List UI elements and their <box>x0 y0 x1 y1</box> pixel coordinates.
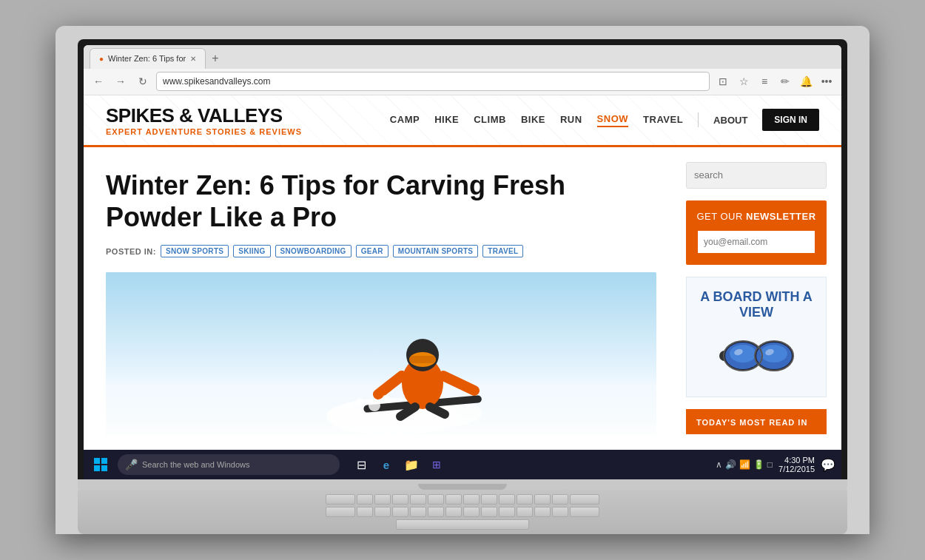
nav-hike[interactable]: HIKE <box>434 114 459 126</box>
most-read-title: TODAY'S MOST READ IN <box>696 418 807 427</box>
svg-rect-27 <box>94 458 100 464</box>
back-btn[interactable]: ← <box>90 72 107 90</box>
tag-mountain-sports[interactable]: MOUNTAIN SPORTS <box>393 245 479 257</box>
nav-camp[interactable]: CAMP <box>390 114 420 126</box>
url-text: www.spikesandvalleys.com <box>163 76 270 87</box>
clock: 4:30 PM 7/12/2015 <box>778 456 815 473</box>
posted-in-label: POSTED IN: <box>106 247 156 256</box>
hub-icon[interactable]: ≡ <box>756 72 773 90</box>
keyboard-area <box>78 490 847 534</box>
tag-gear[interactable]: GEAR <box>356 245 388 257</box>
network-icon[interactable]: 📶 <box>739 459 750 470</box>
time-display: 4:30 PM <box>778 456 815 465</box>
taskbar-search-text: Search the web and Windows <box>142 460 250 469</box>
nav-snow[interactable]: SNOW <box>597 113 628 127</box>
address-bar[interactable]: www.spikesandvalleys.com <box>156 72 710 91</box>
taskview-icon[interactable]: ⊟ <box>352 455 371 474</box>
article-main: Winter Zen: 6 Tips for Carving Fresh Pow… <box>84 147 679 450</box>
svg-point-18 <box>730 345 756 362</box>
logo-area: SPIKES & VALLEYS EXPERT ADVENTURE STORIE… <box>106 104 302 136</box>
notes-icon[interactable]: 🔔 <box>797 72 815 90</box>
sidebar: GET OUR NEWSLETTER A BOARD WITH A VIEW <box>679 147 841 450</box>
article-title: Winter Zen: 6 Tips for Carving Fresh Pow… <box>106 169 656 233</box>
browser-toolbar: ← → ↻ www.spikesandvalleys.com ⊡ ☆ ≡ ✏ 🔔… <box>84 69 841 95</box>
laptop-hinge <box>78 479 847 490</box>
start-button[interactable] <box>90 453 112 476</box>
svg-point-13 <box>383 395 388 401</box>
nav-divider <box>698 112 699 127</box>
tag-snowboarding[interactable]: SNOWBOARDING <box>275 245 352 257</box>
ad-title: A BOARD WITH A VIEW <box>699 289 814 321</box>
nav-run[interactable]: RUN <box>560 114 582 126</box>
svg-point-23 <box>761 345 787 362</box>
volume-icon[interactable]: 🔊 <box>725 459 736 470</box>
taskbar-right-area: ∧ 🔊 📶 🔋 □ 4:30 PM 7/12/2015 💬 <box>716 456 835 473</box>
nav-travel[interactable]: TRAVEL <box>643 114 683 126</box>
explorer-icon[interactable]: 📁 <box>402 455 421 474</box>
nav-bike[interactable]: BIKE <box>521 114 545 126</box>
update-icon: □ <box>767 459 773 470</box>
taskbar-mic-icon: 🎤 <box>125 459 138 470</box>
nav-climb[interactable]: CLIMB <box>474 114 506 126</box>
email-input[interactable] <box>696 229 816 254</box>
tag-snow-sports[interactable]: SNOW SPORTS <box>161 245 229 257</box>
keyboard <box>97 494 828 530</box>
posted-in-section: POSTED IN: SNOW SPORTS SKIING SNOWBOARDI… <box>106 245 656 257</box>
site-header: SPIKES & VALLEYS EXPERT ADVENTURE STORIE… <box>84 95 841 147</box>
ad-widget[interactable]: A BOARD WITH A VIEW <box>686 277 827 397</box>
browser-chrome: ● Winter Zen: 6 Tips for ✕ + ← → ↻ www.s… <box>84 45 841 479</box>
edge-icon[interactable]: e <box>377 455 396 474</box>
tab-close-btn[interactable]: ✕ <box>190 55 196 63</box>
system-tray: ∧ 🔊 📶 🔋 □ <box>716 459 773 470</box>
nav-items: CAMP HIKE CLIMB BIKE RUN SNOW TRAVEL <box>390 113 683 127</box>
forward-btn[interactable]: → <box>112 72 130 90</box>
more-icon[interactable]: ••• <box>818 72 835 90</box>
laptop-shell: ● Winter Zen: 6 Tips for ✕ + ← → ↻ www.s… <box>56 26 870 534</box>
nav-about[interactable]: ABOUT <box>713 115 747 126</box>
new-tab-btn[interactable]: + <box>206 48 224 69</box>
article-hero-image <box>106 272 656 435</box>
search-input[interactable] <box>686 162 827 189</box>
ad-goggles-image <box>712 330 801 382</box>
screen-bezel: ● Winter Zen: 6 Tips for ✕ + ← → ↻ www.s… <box>78 39 847 479</box>
toolbar-icons: ⊡ ☆ ≡ ✏ 🔔 ••• <box>714 72 835 90</box>
favorites-icon[interactable]: ☆ <box>735 72 753 90</box>
svg-line-4 <box>378 376 402 394</box>
newsletter-title: GET OUR NEWSLETTER <box>696 211 816 222</box>
svg-point-12 <box>356 398 363 405</box>
svg-line-5 <box>443 376 474 391</box>
refresh-btn[interactable]: ↻ <box>134 72 152 90</box>
site-logo[interactable]: SPIKES & VALLEYS <box>106 104 302 127</box>
notification-icon[interactable]: 💬 <box>821 458 835 472</box>
share-icon[interactable]: ✏ <box>776 72 794 90</box>
taskbar: 🎤 Search the web and Windows ⊟ e 📁 ⊞ ∧ 🔊… <box>84 450 841 479</box>
svg-point-11 <box>369 399 380 411</box>
tag-skiing[interactable]: SKIING <box>233 245 270 257</box>
tag-travel[interactable]: TRAVEL <box>482 245 523 257</box>
main-nav: CAMP HIKE CLIMB BIKE RUN SNOW TRAVEL ABO… <box>390 109 819 131</box>
most-read-bar: TODAY'S MOST READ IN <box>686 409 827 434</box>
svg-point-14 <box>344 402 353 411</box>
store-icon[interactable]: ⊞ <box>427 455 446 474</box>
taskbar-app-icons: ⊟ e 📁 ⊞ <box>352 455 446 474</box>
tab-bar: ● Winter Zen: 6 Tips for ✕ + <box>84 45 841 69</box>
battery-icon[interactable]: 🔋 <box>753 459 764 470</box>
site-tagline: EXPERT ADVENTURE STORIES & REVIEWS <box>106 127 302 136</box>
reader-view-icon[interactable]: ⊡ <box>714 72 732 90</box>
svg-rect-10 <box>409 356 436 363</box>
svg-rect-30 <box>101 465 107 471</box>
svg-rect-28 <box>101 458 107 464</box>
tab-title: Winter Zen: 6 Tips for <box>108 54 186 63</box>
date-display: 7/12/2015 <box>778 465 815 473</box>
content-area: Winter Zen: 6 Tips for Carving Fresh Pow… <box>84 147 841 450</box>
signin-button[interactable]: SIGN IN <box>762 109 819 131</box>
website-content: SPIKES & VALLEYS EXPERT ADVENTURE STORIE… <box>84 95 841 450</box>
active-tab[interactable]: ● Winter Zen: 6 Tips for ✕ <box>90 48 206 69</box>
taskbar-search-box[interactable]: 🎤 Search the web and Windows <box>118 454 340 475</box>
svg-rect-29 <box>94 465 100 471</box>
chevron-tray-icon[interactable]: ∧ <box>716 459 722 470</box>
newsletter-widget: GET OUR NEWSLETTER <box>686 200 827 265</box>
